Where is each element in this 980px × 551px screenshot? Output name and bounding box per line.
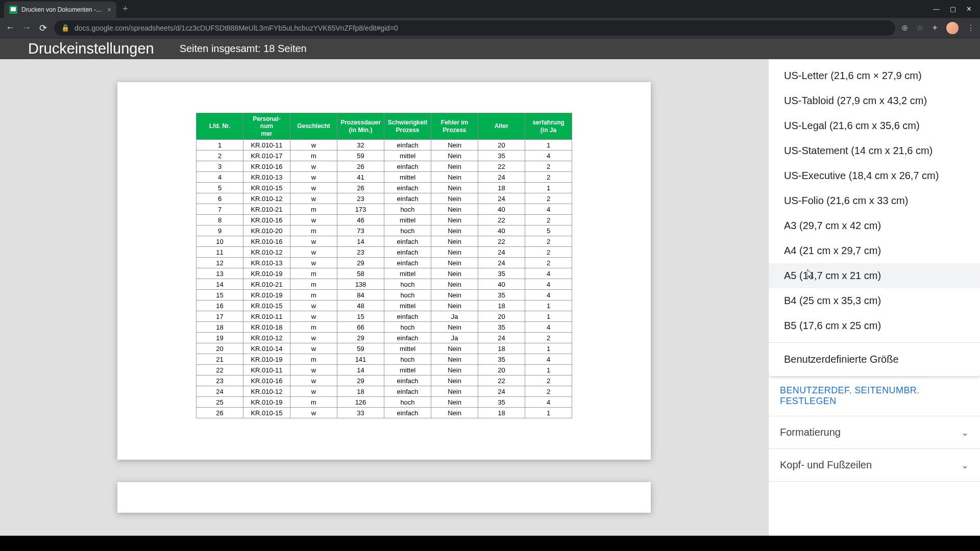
table-cell: Nein [431,236,478,247]
table-cell: mittel [384,300,431,311]
table-cell: 59 [337,343,384,354]
zoom-icon[interactable]: ⊕ [901,23,908,33]
table-cell: 18 [478,300,525,311]
table-cell: 1 [525,408,572,418]
table-cell: 2 [525,258,572,268]
table-cell: 1 [525,183,572,193]
table-cell: einfach [384,386,431,397]
table-header: SchwierigkeitProzess [384,113,431,140]
browser-tab[interactable]: Drucken von Dokumenten - Goo... × [4,2,116,18]
table-row: 25KR.010-19m126hochNein354 [197,397,572,408]
table-cell: Nein [431,215,478,226]
table-row: 8KR.010-16w46mittelNein222 [197,215,572,226]
table-cell: Nein [431,226,478,236]
table-cell: 24 [478,333,525,343]
data-table: Lfd. Nr.Personal-nummerGeschlechtProzess… [196,113,572,418]
paper-size-option[interactable]: A3 (29,7 cm x 42 cm) [769,213,980,238]
table-cell: KR.010-15 [243,408,290,418]
table-cell: KR.010-11 [243,365,290,375]
table-cell: KR.010-19 [243,397,290,408]
formatting-section[interactable]: Formatierung ⌄ [769,416,980,449]
table-cell: 40 [478,204,525,215]
table-cell: hoch [384,204,431,215]
table-cell: 66 [337,322,384,333]
table-cell: 11 [197,247,243,258]
forward-button[interactable]: → [21,22,32,33]
paper-size-option[interactable]: US-Legal (21,6 cm x 35,6 cm) [769,113,980,138]
table-cell: w [290,161,337,172]
headers-footers-section[interactable]: Kopf- und Fußzeilen ⌄ [769,449,980,482]
table-cell: 1 [525,300,572,311]
table-cell: einfach [384,258,431,268]
table-cell: 4 [525,290,572,300]
table-cell: m [290,290,337,300]
paper-size-custom[interactable]: Benutzerdefinierte Größe [769,347,980,372]
table-cell: w [290,236,337,247]
reload-button[interactable]: ⟳ [38,22,48,34]
table-row: 26KR.010-15w33einfachNein181 [197,408,572,418]
print-preview-area[interactable]: Lfd. Nr.Personal-nummerGeschlechtProzess… [0,59,768,536]
table-cell: m [290,151,337,161]
bookmark-icon[interactable]: ☆ [916,23,923,33]
paper-size-option[interactable]: US-Executive (18,4 cm x 26,7 cm) [769,163,980,188]
browser-toolbar: ← → ⟳ 🔒 docs.google.com/spreadsheets/d/1… [0,18,980,38]
table-header: Personal-nummer [243,113,290,140]
table-cell: Nein [431,279,478,290]
table-cell: 24 [478,193,525,204]
menu-icon[interactable]: ⋮ [967,23,975,33]
table-row: 11KR.010-12w23einfachNein242 [197,247,572,258]
table-row: 15KR.010-19m84hochNein354 [197,290,572,300]
table-cell: 17 [197,311,243,322]
table-cell: 26 [337,183,384,193]
paper-size-option[interactable]: B4 (25 cm x 35,3 cm) [769,288,980,313]
table-cell: mittel [384,343,431,354]
table-row: 6KR.010-12w23einfachNein242 [197,193,572,204]
extensions-icon[interactable]: ✦ [932,23,938,33]
table-cell: 26 [197,408,243,418]
paper-size-option[interactable]: US-Letter (21,6 cm × 27,9 cm) [769,63,980,88]
new-tab-button[interactable]: + [122,4,128,14]
table-row: 2KR.010-17m59mittelNein354 [197,151,572,161]
table-cell: 2 [525,161,572,172]
back-button[interactable]: ← [5,22,15,33]
paper-size-option[interactable]: US-Tabloid (27,9 cm x 43,2 cm) [769,88,980,113]
table-cell: Nein [431,290,478,300]
taskbar [0,536,980,551]
maximize-icon[interactable]: ▢ [950,5,956,13]
table-cell: 18 [478,343,525,354]
minimize-icon[interactable]: — [933,5,940,13]
table-cell: 23 [197,375,243,386]
table-cell: 2 [525,247,572,258]
table-cell: 141 [337,354,384,365]
table-cell: 16 [197,300,243,311]
paper-size-option[interactable]: A4 (21 cm x 29,7 cm) [769,238,980,263]
table-cell: 1 [525,311,572,322]
table-cell: KR.010-11 [243,140,290,151]
paper-size-dropdown: US-Letter (21,6 cm × 27,9 cm)US-Tabloid … [769,59,980,376]
table-cell: 4 [525,279,572,290]
close-window-icon[interactable]: ✕ [966,5,972,13]
paper-size-option[interactable]: B5 (17,6 cm x 25 cm) [769,313,980,338]
paper-size-option[interactable]: US-Folio (21,6 cm x 33 cm) [769,188,980,213]
table-cell: 21 [197,354,243,365]
avatar[interactable] [946,22,959,34]
table-cell: 29 [337,333,384,343]
url-bar[interactable]: 🔒 docs.google.com/spreadsheets/d/1cz3cDU… [54,20,895,36]
table-cell: 4 [525,268,572,279]
table-cell: KR.010-19 [243,290,290,300]
table-cell: 5 [525,226,572,236]
paper-size-option[interactable]: US-Statement (14 cm x 21,6 cm) [769,138,980,163]
table-cell: einfach [384,375,431,386]
table-cell: KR.010-11 [243,311,290,322]
table-cell: 58 [337,268,384,279]
paper-size-option[interactable]: A5 (14,7 cm x 21 cm) [769,263,980,288]
table-cell: 6 [197,193,243,204]
table-cell: 40 [478,226,525,236]
close-tab-icon[interactable]: × [107,6,111,14]
table-cell: Nein [431,365,478,375]
table-cell: 48 [337,300,384,311]
table-cell: w [290,375,337,386]
table-header: Fehler imProzess [431,113,478,140]
custom-pagebreak-link[interactable]: BENUTZERDEF. SEITENUMBR. FESTLEGEN [769,376,980,416]
table-cell: 40 [478,279,525,290]
